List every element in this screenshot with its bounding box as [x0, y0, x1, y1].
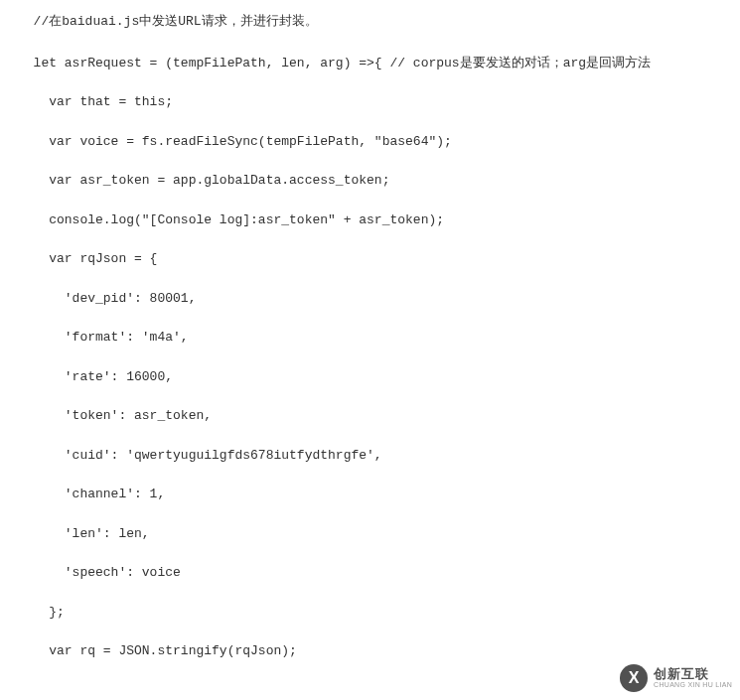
code-line: 'channel': 1,	[18, 485, 722, 504]
watermark-en: CHUANG XIN HU LIAN	[654, 681, 732, 689]
code-line: 'format': 'm4a',	[18, 328, 722, 348]
watermark-icon-letter: X	[629, 669, 640, 687]
watermark: X 创新互联 CHUANG XIN HU LIAN	[620, 664, 732, 692]
watermark-text: 创新互联 CHUANG XIN HU LIAN	[654, 667, 732, 689]
code-line: 'len': len,	[18, 524, 722, 544]
code-line: var asr_token = app.globalData.access_to…	[18, 171, 722, 191]
code-line: 'cuid': 'qwertyuguilgfds678iutfydthrgfe'…	[18, 446, 722, 466]
code-line: let asrRequest = (tempFilePath, len, arg…	[18, 54, 722, 73]
code-line: var voice = fs.readFileSync(tempFilePath…	[18, 132, 722, 152]
code-line: //在baiduai.js中发送URL请求，并进行封装。	[18, 12, 722, 32]
code-line: 'token': asr_token,	[18, 406, 722, 426]
code-line: 'speech': voice	[18, 563, 722, 583]
code-line: var rq = JSON.stringify(rqJson);	[18, 641, 722, 661]
code-block: //在baiduai.js中发送URL请求，并进行封装。 let asrRequ…	[0, 0, 740, 693]
watermark-cn: 创新互联	[654, 667, 732, 681]
code-line: console.log("[Console log]:asr_token" + …	[18, 210, 722, 230]
code-line: var that = this;	[18, 92, 722, 112]
code-line: };	[18, 603, 722, 623]
watermark-logo-icon: X	[620, 664, 648, 692]
code-line: var rqJson = {	[18, 249, 722, 269]
code-line: 'dev_pid': 80001,	[18, 289, 722, 309]
code-line: 'rate': 16000,	[18, 367, 722, 387]
